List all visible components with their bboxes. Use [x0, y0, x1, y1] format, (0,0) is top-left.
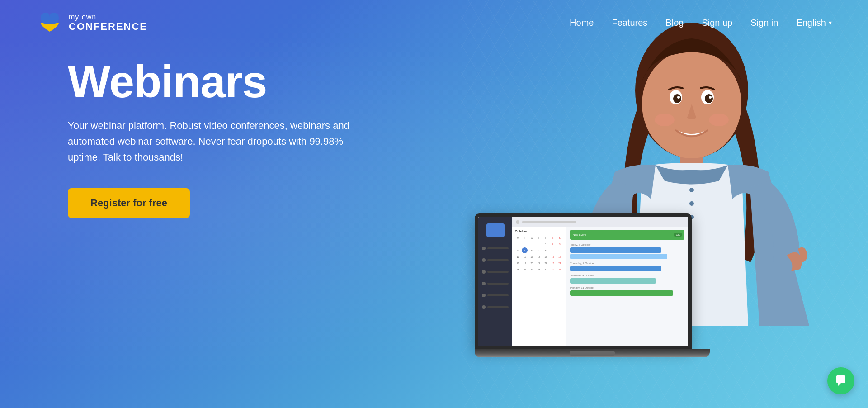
screen-month-title: October — [515, 230, 563, 233]
svg-point-9 — [655, 114, 675, 126]
logo-line2: CONFERENCE — [69, 21, 147, 32]
laptop-base — [475, 349, 710, 357]
screen-schedule: New Event OK Today, 5 October — [566, 227, 688, 346]
screen-day-label-today: Today, 5 October — [570, 243, 684, 246]
screen-nav-5 — [478, 290, 512, 300]
svg-point-7 — [677, 96, 680, 99]
laptop-screen-inner: October M T W T F S S — [478, 217, 688, 346]
screen-day-mon: Monday, 11 October — [570, 286, 684, 296]
laptop-screen: October M T W T F S S — [475, 213, 692, 349]
screen-event-5 — [570, 290, 673, 296]
screen-logo-shape — [486, 223, 505, 237]
register-button[interactable]: Register for free — [68, 188, 190, 218]
nav-item-signin[interactable]: Sign in — [750, 18, 778, 28]
header: my own CONFERENCE Home Features Blog Sig… — [0, 0, 868, 45]
screen-logo — [478, 221, 512, 240]
language-label: English — [796, 18, 826, 28]
language-selector[interactable]: English ▾ — [796, 18, 832, 28]
screen-calendar-grid: M T W T F S S — [515, 235, 563, 272]
screen-header-bar — [512, 217, 688, 227]
svg-point-6 — [705, 94, 713, 103]
logo[interactable]: my own CONFERENCE — [36, 9, 147, 36]
screen-event-1 — [570, 247, 661, 253]
screen-day-label-sat: Saturday, 9 October — [570, 274, 684, 277]
chat-icon — [834, 374, 848, 388]
chat-widget[interactable] — [827, 367, 854, 394]
screen-day-thu: Thursday, 7 October — [570, 262, 684, 271]
nav-item-features[interactable]: Features — [612, 18, 647, 28]
chevron-down-icon: ▾ — [829, 19, 832, 26]
screen-day-label-thu: Thursday, 7 October — [570, 262, 684, 265]
screen-nav-1 — [478, 243, 512, 253]
hero-title: Webinars — [68, 59, 357, 104]
screen-content-area: October M T W T F S S — [512, 227, 688, 346]
screen-nav-6 — [478, 302, 512, 312]
screen-nav-3 — [478, 267, 512, 277]
screen-calendar: October M T W T F S S — [512, 227, 566, 346]
svg-point-11 — [689, 188, 694, 192]
nav-item-home[interactable]: Home — [570, 18, 594, 28]
svg-point-12 — [689, 201, 694, 206]
laptop: October M T W T F S S — [475, 213, 710, 381]
hero-subtitle: Your webinar platform. Robust video conf… — [68, 118, 357, 166]
screen-main-content: October M T W T F S S — [512, 217, 688, 346]
svg-point-5 — [673, 94, 681, 103]
logo-line1: my own — [69, 13, 147, 21]
screen-sidebar — [478, 217, 512, 346]
screen-nav-4 — [478, 279, 512, 289]
hero-section: my own CONFERENCE Home Features Blog Sig… — [0, 0, 868, 408]
hero-image: October M T W T F S S — [461, 0, 868, 408]
logo-icon — [36, 9, 63, 36]
logo-text: my own CONFERENCE — [69, 13, 147, 32]
main-nav: Home Features Blog Sign up Sign in Engli… — [570, 18, 832, 28]
screen-day-sat: Saturday, 9 October — [570, 274, 684, 284]
svg-point-8 — [709, 96, 712, 99]
screen-day-label-mon: Monday, 11 October — [570, 286, 684, 289]
screen-event-3 — [570, 266, 661, 271]
nav-item-blog[interactable]: Blog — [665, 18, 684, 28]
screen-event-2 — [570, 254, 667, 259]
screen-event-4 — [570, 278, 656, 284]
nav-item-signup[interactable]: Sign up — [702, 18, 732, 28]
hero-content: Webinars Your webinar platform. Robust v… — [68, 59, 357, 218]
screen-nav-2 — [478, 255, 512, 265]
screen-day-today: Today, 5 October — [570, 243, 684, 259]
svg-point-10 — [709, 114, 729, 126]
